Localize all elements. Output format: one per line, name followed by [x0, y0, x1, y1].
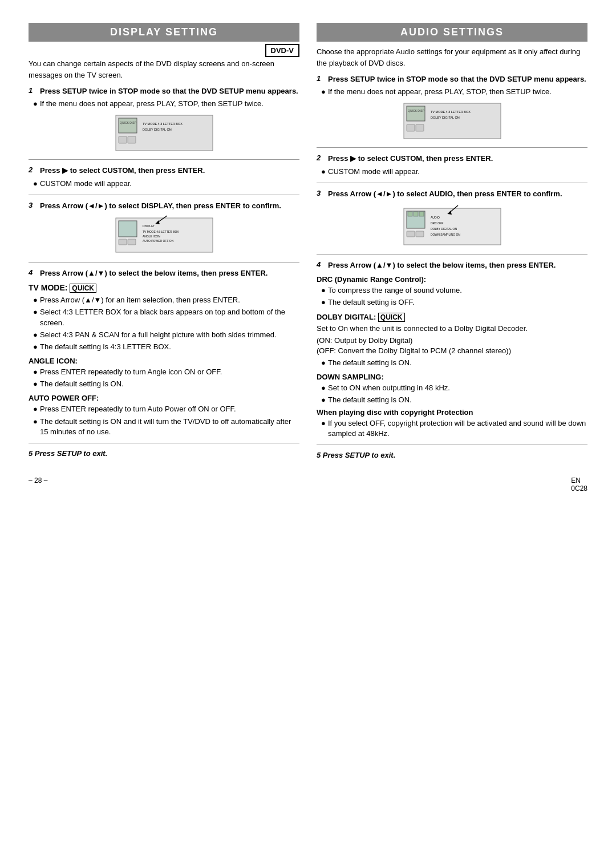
page-container: DISPLAY SETTING DVD-V You can change cer… [29, 23, 587, 459]
left-step-2: 2 Press ▶ to select CUSTOM, then press E… [29, 165, 299, 188]
svg-rect-4 [128, 136, 136, 143]
auto-power-off-title: AUTO POWER OFF: [29, 394, 299, 402]
drc-bullet-2: ● The default setting is OFF. [317, 297, 587, 308]
right-diagram-3: AUDIO DRC OFF DOLBY DIGITAL ON DOWN SAMP… [317, 203, 587, 248]
page-number: – 28 – [29, 476, 47, 492]
svg-rect-18 [407, 106, 425, 121]
right-step-5: 5 Press SETUP to exit. [317, 451, 587, 459]
right-section-title: AUDIO SETTINGS [317, 23, 587, 42]
copyright-bullet-1: ● If you select OFF, copyright protectio… [317, 418, 587, 439]
right-divider-4 [317, 445, 587, 445]
left-divider-4 [29, 443, 299, 443]
svg-rect-3 [119, 136, 127, 143]
tv-mode-bullet-2: ● Select 4:3 LETTER BOX for a black bars… [29, 307, 299, 328]
left-step-2-header: 2 Press ▶ to select CUSTOM, then press E… [29, 165, 299, 176]
right-step-4: 4 Press Arrow (▲/▼) to select the below … [317, 260, 587, 439]
tv-mode-quick-badge: QUICK [70, 284, 96, 293]
right-step-1: 1 Press SETUP twice in STOP mode so that… [317, 74, 587, 142]
right-step-1-bullet-1: ● If the menu does not appear, press PLA… [317, 87, 587, 97]
left-divider-1 [29, 159, 299, 160]
svg-rect-16 [128, 239, 136, 245]
svg-rect-15 [119, 239, 127, 245]
left-step-1: 1 Press SETUP twice in STOP mode so that… [29, 86, 299, 154]
tv-mode-bullet-3: ● Select 4:3 PAN & SCAN for a full heigh… [29, 330, 299, 340]
left-step-5: 5 Press SETUP to exit. [29, 449, 299, 458]
svg-text:ANGLE ICON: ANGLE ICON [143, 235, 160, 238]
svg-rect-21 [416, 124, 424, 131]
tv-mode-bullet-4: ● The default setting is 4:3 LETTER BOX. [29, 342, 299, 352]
left-step-2-bullet-1: ● CUSTOM mode will appear. [29, 179, 299, 189]
left-divider-3 [29, 262, 299, 263]
left-step-1-bullet-1: ● If the menu does not appear, press PLA… [29, 99, 299, 109]
down-sampling-title: DOWN SAMPLING: [317, 373, 587, 381]
angle-icon-bullet-2: ● The default setting is ON. [29, 379, 299, 389]
down-sampling-bullet-1: ● Set to ON when outputting in 48 kHz. [317, 383, 587, 393]
svg-text:DOLBY DIGITAL    ON: DOLBY DIGITAL ON [431, 116, 460, 119]
dolby-quick-badge: QUICK [378, 313, 405, 322]
angle-icon-title: ANGLE ICON: [29, 357, 299, 365]
left-diagram-1: QUICK DISP TV MODE 4:3 LETTER BOX DOLBY … [29, 112, 299, 154]
svg-text:QUICK DISP: QUICK DISP [408, 109, 425, 112]
right-step-3: 3 Press Arrow (◄/►) to select AUDIO, the… [317, 189, 587, 248]
svg-rect-35 [407, 231, 415, 237]
tv-mode-bullet-1: ● Press Arrow (▲/▼) for an item selectio… [29, 295, 299, 305]
arrow-indicator-left: DISPLAY TV MODE 4:3 LETTER BOX ANGLE ICO… [29, 213, 299, 256]
down-sampling-bullet-2: ● The default setting is ON. [317, 395, 587, 405]
tv-mode-title: TV MODE: QUICK [29, 283, 299, 293]
copyright-bold-text: When playing disc with copyright Protect… [317, 408, 587, 417]
dolby-extra-1: (ON: Output by Dolby Digital) [317, 336, 587, 346]
svg-text:AUTO POWER OFF   ON: AUTO POWER OFF ON [143, 239, 174, 243]
auto-power-off-bullet-2: ● The default setting is ON and it will … [29, 417, 299, 437]
right-diagram-1: QUICK DISP TV MODE 4:3 LETTER BOX DOLBY … [317, 100, 587, 142]
left-divider-2 [29, 195, 299, 195]
right-column: AUDIO SETTINGS Choose the appropriate Au… [317, 23, 587, 459]
angle-icon-bullet-1: ● Press ENTER repeatedly to turn Angle i… [29, 367, 299, 377]
right-divider-3 [317, 254, 587, 255]
dvd-v-row: DVD-V [29, 46, 299, 55]
dolby-digital-title: DOLBY DIGITAL: QUICK [317, 313, 587, 322]
right-step-4-header: 4 Press Arrow (▲/▼) to select the below … [317, 260, 587, 270]
right-divider-1 [317, 147, 587, 148]
svg-text:QUICK DISP: QUICK DISP [120, 121, 137, 124]
right-divider-2 [317, 183, 587, 183]
right-step-2: 2 Press ▶ to select CUSTOM, then press E… [317, 154, 587, 176]
left-section-title: DISPLAY SETTING [29, 23, 299, 42]
svg-rect-20 [407, 124, 415, 131]
svg-rect-36 [416, 231, 424, 237]
svg-text:TV MODE    4:3 LETTER BOX: TV MODE 4:3 LETTER BOX [143, 122, 183, 126]
dolby-extra-2: (OFF: Convert the Dolby Digital to PCM (… [317, 346, 587, 356]
device-svg-1: QUICK DISP TV MODE 4:3 LETTER BOX DOLBY … [113, 112, 216, 154]
svg-rect-28 [419, 212, 424, 216]
svg-text:DOLBY DIGITAL    ON: DOLBY DIGITAL ON [143, 128, 172, 131]
drc-bullet-1: ● To compress the range of sound volume. [317, 285, 587, 296]
svg-text:TV MODE    4:3 LETTER BOX: TV MODE 4:3 LETTER BOX [431, 110, 471, 114]
right-step-3-header: 3 Press Arrow (◄/►) to select AUDIO, the… [317, 189, 587, 199]
right-step-2-header: 2 Press ▶ to select CUSTOM, then press E… [317, 154, 587, 164]
svg-rect-1 [119, 118, 137, 133]
svg-text:TV MODE   4:3 LETTER BOX: TV MODE 4:3 LETTER BOX [143, 230, 179, 233]
svg-text:DRC            OFF: DRC OFF [431, 221, 443, 225]
dolby-bullet-1: ● The default setting is ON. [317, 358, 587, 368]
dolby-text: Set to On when the unit is connected to … [317, 324, 587, 334]
svg-rect-27 [414, 212, 418, 216]
right-intro: Choose the appropriate Audio settings fo… [317, 46, 587, 68]
svg-rect-8 [119, 221, 137, 237]
drc-title: DRC (Dynamic Range Control): [317, 275, 587, 284]
svg-text:DOWN SAMPLING    ON: DOWN SAMPLING ON [431, 233, 460, 236]
auto-power-off-bullet-1: ● Press ENTER repeatedly to turn Auto Po… [29, 404, 299, 414]
svg-text:DOLBY DIGITAL    ON: DOLBY DIGITAL ON [431, 227, 457, 231]
page-lang-code: EN 0C28 [571, 476, 587, 492]
left-step-1-header: 1 Press SETUP twice in STOP mode so that… [29, 86, 299, 96]
right-step-2-bullet-1: ● CUSTOM mode will appear. [317, 167, 587, 177]
svg-rect-26 [408, 212, 412, 216]
left-step-3-header: 3 Press Arrow (◄/►) to select DISPLAY, t… [29, 201, 299, 211]
page-footer: – 28 – EN 0C28 [29, 476, 587, 492]
left-step-4-header: 4 Press Arrow (▲/▼) to select the below … [29, 268, 299, 278]
right-step-1-header: 1 Press SETUP twice in STOP mode so that… [317, 74, 587, 84]
svg-text:DISPLAY: DISPLAY [143, 224, 155, 228]
left-step-3: 3 Press Arrow (◄/►) to select DISPLAY, t… [29, 201, 299, 256]
left-intro: You can change certain aspects of the DV… [29, 58, 299, 80]
svg-text:AUDIO: AUDIO [431, 216, 440, 219]
dvd-v-badge: DVD-V [265, 44, 299, 57]
left-column: DISPLAY SETTING DVD-V You can change cer… [29, 23, 299, 459]
